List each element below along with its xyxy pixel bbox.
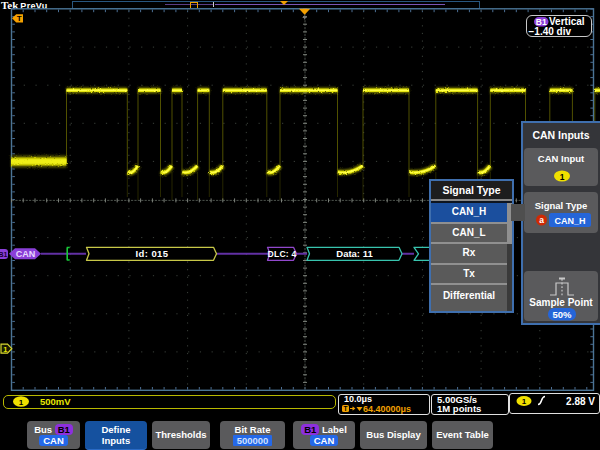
svg-text:CAN_H: CAN_H bbox=[554, 216, 585, 226]
svg-text:1: 1 bbox=[560, 172, 565, 182]
svg-text:64.40000μs: 64.40000μs bbox=[363, 404, 411, 414]
svg-text:2.88 V: 2.88 V bbox=[566, 396, 595, 407]
svg-text:Sample Point: Sample Point bbox=[529, 297, 593, 308]
svg-text:T: T bbox=[344, 405, 348, 412]
svg-text:Data: 11: Data: 11 bbox=[336, 248, 373, 259]
svg-text:Id: 015: Id: 015 bbox=[136, 248, 169, 259]
svg-text:50%: 50% bbox=[552, 309, 572, 320]
svg-text:a: a bbox=[539, 215, 544, 225]
svg-text:B1: B1 bbox=[0, 251, 8, 258]
svg-text:500mV: 500mV bbox=[40, 396, 71, 407]
svg-text:1: 1 bbox=[522, 397, 527, 406]
svg-text:−1.40 div: −1.40 div bbox=[529, 26, 572, 37]
svg-text:CAN: CAN bbox=[16, 249, 36, 259]
svg-text:1: 1 bbox=[3, 345, 7, 354]
svg-text:T: T bbox=[17, 14, 22, 23]
svg-text:1: 1 bbox=[19, 398, 24, 407]
svg-text:DLC: 4: DLC: 4 bbox=[268, 249, 297, 259]
